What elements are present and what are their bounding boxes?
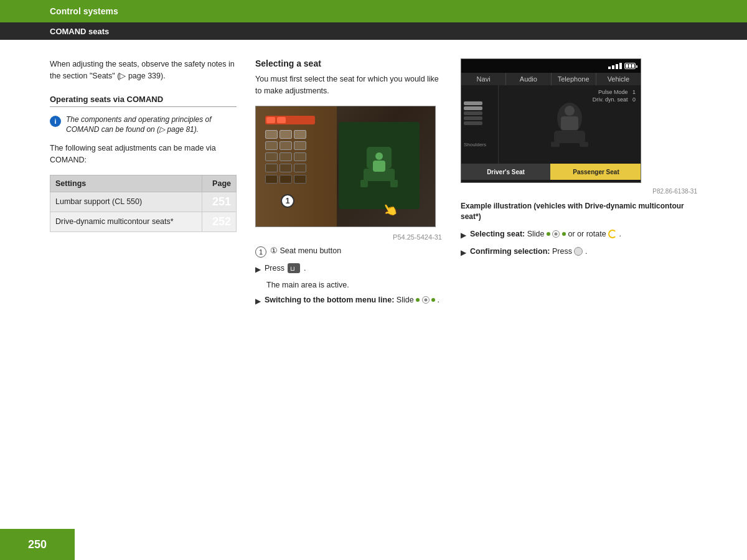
info-box: i The components and operating principle… bbox=[50, 114, 237, 136]
example-caption: Example illustration (vehicles with Driv… bbox=[461, 201, 697, 222]
svg-rect-8 bbox=[551, 142, 560, 147]
selecting-intro: You must first select the seat for which… bbox=[255, 73, 442, 97]
confirming-bullet: ▶ Confirming selection: Press . bbox=[461, 246, 697, 258]
temperature-row: 72°F AUTO ❄ AUTO on AUTO ❄ AUTO 72°F bbox=[461, 180, 641, 183]
driver-seat-tab: Driver's Seat bbox=[461, 164, 552, 180]
svg-rect-9 bbox=[580, 142, 588, 147]
screen-info-block: Pulse Mode 1 Driv. dyn. seat 0 bbox=[593, 89, 636, 104]
switching-bullet: ▶ Switching to the bottom menu line: Sli… bbox=[255, 294, 442, 307]
page-footer: 250 bbox=[0, 529, 75, 560]
svg-rect-7 bbox=[554, 131, 585, 143]
signal-icon bbox=[608, 63, 622, 69]
tab-audio: Audio bbox=[506, 73, 551, 85]
slide-dot-right-2 bbox=[562, 232, 566, 236]
screen-illustration: Navi Audio Telephone Vehicle Shoulders bbox=[461, 58, 641, 183]
seat-selector-row: Driver's Seat Passenger Seat bbox=[461, 164, 641, 180]
nav-circle-icon bbox=[552, 230, 560, 238]
page-number: 252 bbox=[202, 212, 236, 231]
svg-point-10 bbox=[565, 106, 575, 116]
section-title-bar: COMAND seats bbox=[50, 27, 109, 36]
svg-rect-5 bbox=[373, 161, 385, 172]
passenger-seat-tab: Passenger Seat bbox=[552, 164, 641, 180]
confirming-text: Confirming selection: Press . bbox=[470, 246, 587, 258]
screen-seat-graphic bbox=[538, 100, 601, 149]
settings-table: Settings Page Lumbar support (CL 550) 25… bbox=[50, 175, 237, 232]
selecting-seat-text: Selecting seat: Slide or or rotate . bbox=[470, 228, 621, 240]
left-column: When adjusting the seats, observe the sa… bbox=[50, 58, 237, 500]
body-text: The following seat adjustments can be ma… bbox=[50, 142, 237, 166]
svg-rect-2 bbox=[360, 180, 368, 187]
nav-tabs-row: Navi Audio Telephone Vehicle bbox=[461, 73, 641, 85]
bullet-arrow-icon-4: ▶ bbox=[461, 247, 466, 258]
selecting-seat-bullet: ▶ Selecting seat: Slide or or rotate . bbox=[461, 228, 697, 241]
slide-dot-right bbox=[431, 298, 435, 302]
page-number: 250 bbox=[28, 538, 47, 551]
screen-status-bar bbox=[461, 59, 641, 73]
callout-number-1: 1 bbox=[281, 194, 294, 208]
chapter-header: Control systems bbox=[0, 0, 747, 22]
table-row: Drive-dynamic multicontour seats* 252 bbox=[50, 212, 237, 231]
bullet-arrow-icon-3: ▶ bbox=[461, 230, 466, 241]
shoulders-label: Shoulders bbox=[464, 142, 496, 147]
nav-controller-icon bbox=[422, 296, 430, 304]
setting-name: Drive-dynamic multicontour seats* bbox=[50, 212, 202, 231]
confirm-button-icon bbox=[574, 247, 583, 256]
col-settings-header: Settings bbox=[50, 175, 202, 192]
svg-rect-3 bbox=[390, 180, 398, 187]
press-text: Press . bbox=[265, 263, 306, 274]
col-page-header: Page bbox=[202, 175, 236, 192]
press-bullet: ▶ Press . bbox=[255, 263, 442, 275]
page-content: When adjusting the seats, observe the sa… bbox=[0, 40, 747, 513]
slide-dot-left bbox=[416, 298, 420, 302]
svg-point-4 bbox=[375, 152, 383, 160]
screen-ref: P82.86-6138-31 bbox=[461, 188, 697, 195]
intro-paragraph: When adjusting the seats, observe the sa… bbox=[50, 58, 237, 82]
screen-level-panel: Shoulders bbox=[461, 85, 499, 164]
chapter-title: Control systems bbox=[50, 6, 118, 16]
svg-rect-11 bbox=[561, 116, 578, 130]
slide-dot-left-2 bbox=[547, 232, 550, 236]
caption-item-1: 1 ① Seat menu button bbox=[255, 246, 442, 258]
seat-svg-icon bbox=[354, 141, 404, 190]
seat-button-icon bbox=[288, 263, 300, 273]
callout-circle: 1 bbox=[255, 246, 266, 258]
bullet-arrow-icon: ▶ bbox=[255, 264, 261, 275]
tab-telephone: Telephone bbox=[552, 73, 596, 85]
image-reference: P54.25-5424-31 bbox=[255, 233, 442, 241]
middle-column: Selecting a seat You must first select t… bbox=[255, 58, 442, 500]
screen-center-area: Pulse Mode 1 Driv. dyn. seat 0 bbox=[499, 85, 641, 164]
switching-text: Switching to the bottom menu line: Slide… bbox=[265, 294, 439, 306]
tab-navi: Navi bbox=[461, 73, 506, 85]
seat-image: 1 👆 bbox=[255, 106, 436, 227]
caption-text: ① Seat menu button bbox=[270, 246, 341, 255]
main-area-active-text: The main area is active. bbox=[266, 280, 442, 289]
info-text: The components and operating principles … bbox=[66, 114, 237, 136]
rotate-icon bbox=[608, 230, 617, 238]
table-row: Lumbar support (CL 550) 251 bbox=[50, 192, 237, 212]
right-column: Navi Audio Telephone Vehicle Shoulders bbox=[461, 58, 697, 500]
section-title: Selecting a seat bbox=[255, 58, 442, 68]
bullet-arrow-icon-2: ▶ bbox=[255, 296, 261, 307]
page-number: 251 bbox=[202, 192, 236, 212]
tab-vehicle: Vehicle bbox=[596, 73, 641, 85]
operating-heading: Operating seats via COMAND bbox=[50, 95, 237, 107]
info-icon: i bbox=[50, 116, 61, 127]
level-bars bbox=[464, 101, 496, 126]
setting-name: Lumbar support (CL 550) bbox=[50, 192, 202, 212]
battery-icon bbox=[624, 63, 636, 69]
screen-main-area: Shoulders Pulse Mode 1 Driv. dyn. bbox=[461, 85, 641, 164]
section-header: COMAND seats bbox=[0, 22, 747, 40]
